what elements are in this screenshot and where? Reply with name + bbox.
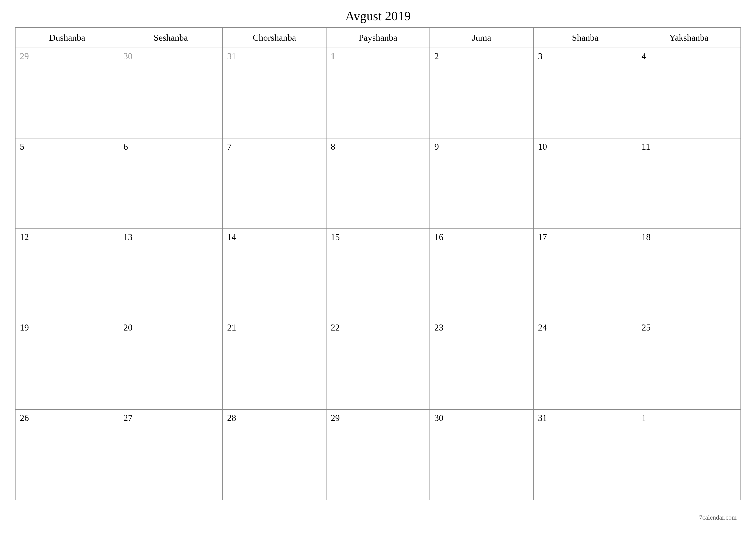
calendar-day-cell: 17 — [533, 229, 637, 319]
calendar-day-cell: 23 — [430, 319, 533, 410]
calendar-table: Dushanba Seshanba Chorshanba Payshanba J… — [15, 27, 741, 500]
calendar-day-cell: 29 — [15, 48, 119, 138]
calendar-day-cell: 5 — [15, 138, 119, 229]
calendar-day-cell: 12 — [15, 229, 119, 319]
calendar-day-cell: 10 — [533, 138, 637, 229]
calendar-day-cell: 22 — [326, 319, 430, 410]
calendar-day-cell: 15 — [326, 229, 430, 319]
calendar-day-cell: 4 — [637, 48, 741, 138]
calendar-day-cell: 6 — [119, 138, 223, 229]
calendar-day-cell: 9 — [430, 138, 533, 229]
calendar-day-cell: 30 — [119, 48, 223, 138]
calendar-day-cell: 31 — [533, 410, 637, 500]
calendar-body: 29 30 31 1 2 3 4 5 6 7 8 9 10 11 12 13 1… — [15, 48, 741, 500]
weekday-header: Chorshanba — [223, 28, 326, 48]
calendar-day-cell: 31 — [223, 48, 326, 138]
calendar-day-cell: 7 — [223, 138, 326, 229]
calendar-day-cell: 26 — [15, 410, 119, 500]
calendar-day-cell: 1 — [637, 410, 741, 500]
weekday-header: Yakshanba — [637, 28, 741, 48]
calendar-day-cell: 19 — [15, 319, 119, 410]
calendar-day-cell: 2 — [430, 48, 533, 138]
calendar-day-cell: 30 — [430, 410, 533, 500]
weekday-header: Dushanba — [15, 28, 119, 48]
calendar-day-cell: 13 — [119, 229, 223, 319]
calendar-day-cell: 29 — [326, 410, 430, 500]
weekday-header: Payshanba — [326, 28, 430, 48]
calendar-day-cell: 21 — [223, 319, 326, 410]
calendar-day-cell: 1 — [326, 48, 430, 138]
calendar-day-cell: 20 — [119, 319, 223, 410]
calendar-day-cell: 11 — [637, 138, 741, 229]
weekday-header: Shanba — [533, 28, 637, 48]
calendar-day-cell: 14 — [223, 229, 326, 319]
calendar-week-row: 26 27 28 29 30 31 1 — [15, 410, 741, 500]
weekday-header-row: Dushanba Seshanba Chorshanba Payshanba J… — [15, 28, 741, 48]
calendar-day-cell: 25 — [637, 319, 741, 410]
calendar-week-row: 12 13 14 15 16 17 18 — [15, 229, 741, 319]
calendar-day-cell: 24 — [533, 319, 637, 410]
calendar-day-cell: 18 — [637, 229, 741, 319]
calendar-day-cell: 27 — [119, 410, 223, 500]
footer-credit: 7calendar.com — [699, 514, 737, 521]
weekday-header: Juma — [430, 28, 533, 48]
calendar-day-cell: 8 — [326, 138, 430, 229]
calendar-title: Avgust 2019 — [15, 9, 741, 23]
calendar-day-cell: 16 — [430, 229, 533, 319]
weekday-header: Seshanba — [119, 28, 223, 48]
calendar-day-cell: 28 — [223, 410, 326, 500]
calendar-day-cell: 3 — [533, 48, 637, 138]
calendar-week-row: 5 6 7 8 9 10 11 — [15, 138, 741, 229]
calendar-week-row: 19 20 21 22 23 24 25 — [15, 319, 741, 410]
calendar-week-row: 29 30 31 1 2 3 4 — [15, 48, 741, 138]
